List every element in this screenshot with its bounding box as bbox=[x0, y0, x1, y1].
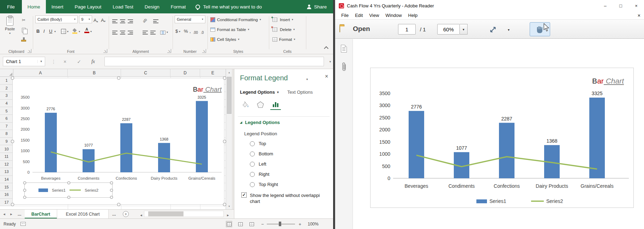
fill-color-dropdown-icon[interactable]: ▾ bbox=[79, 30, 80, 33]
row-header-5[interactable]: 5 bbox=[0, 107, 13, 115]
ribbon-tab-load-test[interactable]: Load Test bbox=[107, 0, 139, 13]
maximize-button[interactable]: □ bbox=[613, 0, 628, 11]
alignment-dialog-launcher[interactable]: ↘ bbox=[167, 49, 171, 53]
menu-edit[interactable]: Edit bbox=[352, 13, 366, 18]
normal-view-button[interactable] bbox=[226, 221, 232, 227]
legend-handle[interactable] bbox=[67, 181, 70, 184]
ribbon-tab-home[interactable]: Home bbox=[22, 0, 46, 13]
row-header-3[interactable]: 3 bbox=[0, 92, 13, 100]
row-header-15[interactable]: 15 bbox=[0, 183, 13, 191]
row-header-12[interactable]: 12 bbox=[0, 161, 13, 168]
zoom-dropdown-button[interactable]: ▾ bbox=[460, 24, 468, 35]
page-thumbnails-icon[interactable] bbox=[341, 45, 347, 52]
increase-indent-button[interactable] bbox=[150, 27, 156, 35]
ribbon-tab-format[interactable]: Format bbox=[165, 0, 192, 13]
open-file-icon[interactable] bbox=[339, 26, 340, 32]
zoom-level-label[interactable]: 100% bbox=[308, 222, 319, 227]
merge-dropdown-icon[interactable]: ▾ bbox=[167, 31, 168, 34]
expand-formula-bar-icon[interactable]: ▾ bbox=[329, 60, 331, 63]
pane-close-icon[interactable]: × bbox=[325, 73, 328, 80]
radio-circle[interactable] bbox=[250, 172, 255, 177]
scroll-down-icon[interactable]: ▼ bbox=[226, 203, 232, 209]
orientation-button[interactable]: ab bbox=[143, 16, 147, 23]
row-header-10[interactable]: 10 bbox=[0, 145, 13, 153]
row-header-7[interactable]: 7 bbox=[0, 123, 13, 130]
chart-legend[interactable]: Series1 Series2 bbox=[24, 182, 113, 198]
chart-handle[interactable] bbox=[11, 140, 14, 143]
chart-handle[interactable] bbox=[223, 203, 226, 206]
attachments-icon[interactable] bbox=[341, 62, 348, 72]
font-name-combo[interactable]: Calibri (Body) ▾ bbox=[35, 16, 78, 23]
minimize-button[interactable]: – bbox=[597, 0, 613, 11]
row-header-4[interactable]: 4 bbox=[0, 100, 13, 107]
accounting-dropdown-icon[interactable]: ▾ bbox=[179, 30, 180, 33]
row-header-13[interactable]: 13 bbox=[0, 168, 13, 176]
legend-handle[interactable] bbox=[23, 181, 26, 184]
zoom-slider-thumb[interactable] bbox=[279, 222, 281, 226]
borders-dropdown-icon[interactable]: ▾ bbox=[67, 30, 68, 33]
cancel-entry-button[interactable]: × bbox=[61, 57, 69, 66]
legend-handle[interactable] bbox=[110, 189, 113, 192]
conditional-formatting-button[interactable]: Conditional Formatting ▾ bbox=[210, 16, 261, 24]
radio-position-bottom[interactable]: Bottom bbox=[250, 151, 273, 156]
insert-cells-button[interactable]: + Insert ▾ bbox=[272, 16, 293, 24]
format-painter-button[interactable] bbox=[20, 37, 28, 44]
zoom-in-button[interactable]: + bbox=[297, 221, 303, 227]
collapse-ribbon-icon[interactable] bbox=[324, 46, 329, 51]
tab-legend-options[interactable]: Legend Options bbox=[240, 89, 275, 95]
cell-styles-button[interactable]: Cell Styles ▾ bbox=[210, 35, 239, 44]
ribbon-tab-design[interactable]: Design bbox=[139, 0, 165, 13]
zoom-out-button[interactable]: − bbox=[260, 221, 265, 227]
increase-font-button[interactable]: A▴ bbox=[94, 16, 98, 23]
underline-dropdown-icon[interactable]: ▾ bbox=[54, 30, 56, 33]
fill-line-icon[interactable] bbox=[240, 99, 251, 110]
comma-style-button[interactable]: , bbox=[189, 27, 191, 34]
new-sheet-button[interactable]: + bbox=[123, 211, 129, 217]
insert-function-button[interactable]: fx bbox=[89, 57, 97, 66]
chart-handle[interactable] bbox=[223, 76, 226, 80]
accounting-format-button[interactable]: $ bbox=[175, 27, 178, 34]
fill-color-button[interactable] bbox=[72, 27, 77, 34]
font-size-combo[interactable]: 9 ▾ bbox=[79, 16, 92, 23]
sheet-tab-barchart[interactable]: BarChart bbox=[25, 210, 57, 218]
underline-button[interactable]: U bbox=[49, 27, 52, 34]
radio-circle[interactable] bbox=[250, 141, 255, 146]
chart-handle[interactable] bbox=[223, 140, 226, 143]
page-number-input[interactable]: 1 bbox=[398, 24, 416, 35]
scroll-up-icon[interactable]: ▲ bbox=[226, 69, 232, 75]
page-break-view-button[interactable] bbox=[248, 221, 255, 227]
align-middle-button[interactable] bbox=[120, 16, 125, 23]
tab-legend-options-dropdown-icon[interactable]: ▾ bbox=[277, 90, 279, 94]
radio-circle[interactable] bbox=[250, 182, 255, 187]
italic-button[interactable]: I bbox=[43, 27, 45, 34]
decrease-font-button[interactable]: A▾ bbox=[101, 16, 106, 23]
decrease-indent-button[interactable] bbox=[143, 27, 148, 35]
legend-handle[interactable] bbox=[67, 196, 70, 199]
copy-button[interactable] bbox=[20, 26, 28, 34]
merge-center-button[interactable] bbox=[160, 27, 165, 35]
fit-window-button[interactable] bbox=[488, 25, 498, 34]
vertical-scroll-thumb[interactable] bbox=[227, 77, 231, 114]
chart-handle[interactable] bbox=[11, 203, 14, 206]
legend-handle[interactable] bbox=[110, 196, 113, 199]
delete-cells-button[interactable]: × Delete ▾ bbox=[272, 25, 295, 34]
row-header-14[interactable]: 14 bbox=[0, 176, 13, 184]
chart-handle[interactable] bbox=[117, 76, 120, 80]
row-header-6[interactable]: 6 bbox=[0, 115, 13, 123]
align-bottom-button[interactable] bbox=[128, 16, 133, 23]
sheet-tab-excel-2016-chart[interactable]: Excel 2016 Chart bbox=[57, 210, 109, 218]
column-header-e[interactable]: E bbox=[200, 69, 226, 77]
share-button[interactable]: Share bbox=[301, 0, 333, 13]
radio-circle[interactable] bbox=[250, 151, 255, 156]
menu-view[interactable]: View bbox=[366, 13, 382, 18]
align-right-button[interactable] bbox=[128, 27, 133, 35]
close-button[interactable]: × bbox=[628, 0, 644, 11]
align-top-button[interactable] bbox=[112, 16, 118, 23]
formula-input[interactable] bbox=[104, 57, 324, 66]
increase-decimal-button[interactable]: .00 bbox=[193, 27, 198, 35]
enter-entry-button[interactable]: ✓ bbox=[75, 57, 83, 66]
zoom-level-input[interactable]: 60% bbox=[437, 24, 460, 35]
legend-handle[interactable] bbox=[23, 189, 26, 192]
number-dialog-launcher[interactable]: ↘ bbox=[202, 49, 206, 53]
tab-text-options[interactable]: Text Options bbox=[287, 89, 313, 95]
